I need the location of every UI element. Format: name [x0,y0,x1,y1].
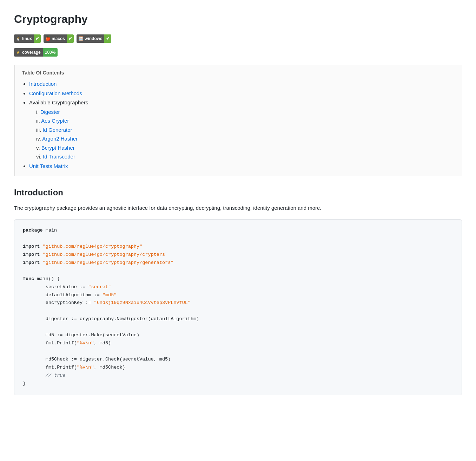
badge-windows: 🪟 windows ✔ [77,34,111,43]
toc-item-introduction: Introduction [29,80,455,88]
code-line-md5check: md5Check := digester.Check(secretValue, … [23,356,453,364]
page-title: Cryptography [14,11,462,27]
code-line-blank-2 [23,267,453,275]
macos-icon: 🍎 [45,35,51,42]
code-line-key: encryptionKey := "6hdXj19qz9Nxaiu4CcVvte… [23,299,453,307]
coverage-label: ★ coverage [14,48,43,57]
linux-label: linux [22,35,32,42]
code-line-blank-3 [23,307,453,315]
toc-link-aes-crypter[interactable]: Aes Crypter [41,118,69,124]
code-line-import-3: import "github.com/reglue4go/cryptograph… [23,259,453,267]
code-sample: package main import "github.com/reglue4g… [14,219,462,395]
toc-item-argon2: iv. Argon2 Hasher [36,135,455,143]
code-line-algo: defaultAlgorithm := "md5" [23,291,453,299]
roman-iv: iv. [36,136,42,142]
code-line-blank-5 [23,348,453,356]
toc-title: Table Of Contents [22,69,455,77]
code-line-import-1: import "github.com/reglue4go/cryptograph… [23,243,453,251]
toc-item-unit-tests: Unit Tests Matrix [29,162,455,170]
toc-list: Introduction Configuration Methods Avail… [22,80,455,170]
windows-label: windows [85,35,103,42]
toc-link-digester[interactable]: Digester [40,109,60,115]
badges-container: 🐧 linux ✔ 🍎 macos ✔ 🪟 windows ✔ [14,34,462,43]
toc-link-unit-tests[interactable]: Unit Tests Matrix [29,163,68,169]
toc-link-bcrypt[interactable]: Bcrypt Hasher [41,145,75,151]
toc-link-id-transcoder[interactable]: Id Transcoder [43,154,75,160]
toc-text-cryptographers: Available Cryptographers [29,99,88,105]
macos-label: macos [52,35,65,42]
coverage-value: 100% [43,48,58,57]
toc-link-argon2[interactable]: Argon2 Hasher [42,136,78,142]
code-line-printf-1: fmt.Printf("%v\n", md5) [23,339,453,348]
code-line-1: package main [23,227,453,235]
linux-check: ✔ [34,34,41,43]
toc-item-bcrypt: v. Bcrypt Hasher [36,144,455,152]
badge-linux: 🐧 linux ✔ [14,34,41,43]
code-line-func: func main() { [23,275,453,283]
toc-item-cryptographers: Available Cryptographers i. Digester ii.… [29,99,455,161]
introduction-body: The cryptography package provides an agn… [14,204,462,212]
roman-i: i. [36,109,40,115]
roman-ii: ii. [36,118,41,124]
code-line-blank-4 [23,323,453,331]
code-line-secret: secretValue := "secret" [23,283,453,291]
roman-v: v. [36,145,41,151]
roman-iii: iii. [36,127,42,133]
introduction-heading: Introduction [14,186,462,199]
toc-link-configuration[interactable]: Configuration Methods [29,90,82,96]
toc-item-id-transcoder: vi. Id Transcoder [36,153,455,161]
linux-icon: 🐧 [16,35,21,42]
code-line-comment: // true [23,372,453,380]
windows-icon: 🪟 [78,35,84,42]
table-of-contents: Table Of Contents Introduction Configura… [14,65,462,176]
toc-item-digester: i. Digester [36,108,455,116]
code-line-close: } [23,380,453,388]
star-icon: ★ [16,49,20,56]
toc-item-aes-crypter: ii. Aes Crypter [36,117,455,125]
toc-item-id-generator: iii. Id Generator [36,126,455,134]
code-line-digester: digester := cryptography.NewDigester(def… [23,315,453,323]
macos-check: ✔ [67,34,74,43]
code-line-md5: md5 := digester.Make(secretValue) [23,331,453,339]
toc-item-configuration: Configuration Methods [29,90,455,98]
badge-coverage: ★ coverage 100% [14,48,58,57]
code-line-printf-2: fmt.Printf("%v\n", md5Check) [23,364,453,372]
windows-check: ✔ [104,34,111,43]
roman-vi: vi. [36,154,43,160]
code-line-import-2: import "github.com/reglue4go/cryptograph… [23,251,453,259]
toc-link-introduction[interactable]: Introduction [29,81,57,87]
badge-macos: 🍎 macos ✔ [44,34,74,43]
code-line-blank-1 [23,235,453,243]
coverage-badge-wrapper: ★ coverage 100% [14,48,462,57]
toc-sublist-cryptographers: i. Digester ii. Aes Crypter iii. Id Gene… [29,108,455,161]
toc-link-id-generator[interactable]: Id Generator [42,127,72,133]
